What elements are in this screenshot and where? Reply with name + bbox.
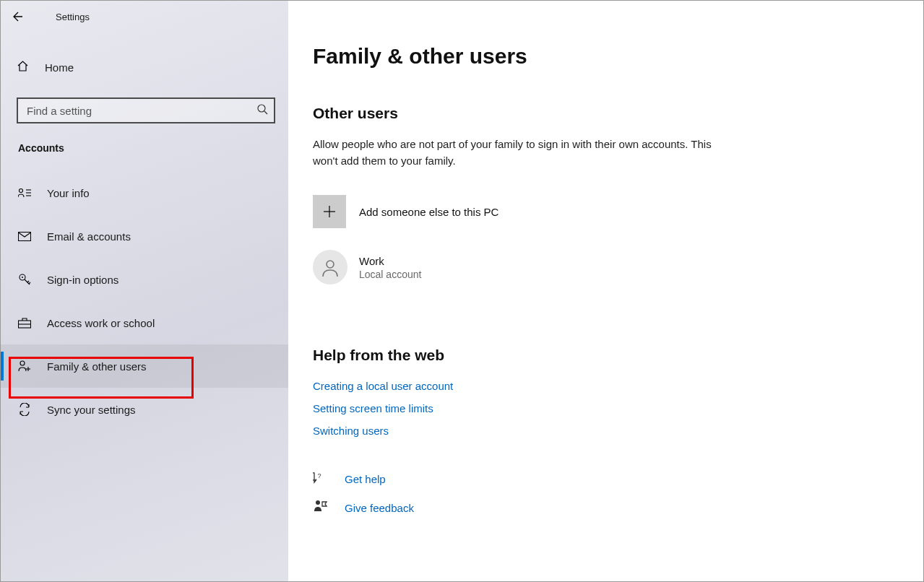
svg-text:?: ?	[317, 472, 321, 479]
help-link-local-account[interactable]: Creating a local user account	[313, 380, 894, 392]
home-nav[interactable]: Home	[1, 51, 288, 83]
nav-email-accounts[interactable]: Email & accounts	[1, 214, 288, 258]
section-other-users-heading: Other users	[313, 105, 894, 122]
svg-point-4	[258, 105, 265, 112]
svg-point-6	[20, 189, 23, 193]
briefcase-icon	[18, 318, 31, 329]
back-button[interactable]	[1, 1, 33, 32]
nav-access-work-school[interactable]: Access work or school	[1, 301, 288, 344]
nav-your-info[interactable]: Your info	[1, 171, 288, 214]
user-account-row[interactable]: Work Local account	[313, 250, 894, 285]
give-feedback-link[interactable]: Give feedback	[313, 499, 894, 516]
help-link-switching-users[interactable]: Switching users	[313, 425, 894, 437]
help-icon: ?	[313, 470, 327, 487]
key-icon	[18, 273, 31, 286]
svg-point-20	[327, 261, 334, 268]
get-help-label: Get help	[345, 473, 386, 485]
titlebar: Settings	[1, 1, 288, 32]
mail-icon	[18, 232, 31, 241]
nav-label: Access work or school	[47, 317, 155, 329]
nav-sync-settings[interactable]: Sync your settings	[1, 388, 288, 431]
svg-line-5	[264, 111, 267, 114]
give-feedback-label: Give feedback	[345, 502, 414, 514]
help-link-screen-time[interactable]: Setting screen time limits	[313, 402, 894, 414]
svg-point-12	[22, 277, 23, 278]
window-title: Settings	[56, 12, 90, 22]
nav-label: Email & accounts	[47, 230, 131, 243]
nav-label: Your info	[47, 187, 90, 199]
plus-icon	[313, 195, 346, 228]
user-name: Work	[359, 255, 421, 267]
sync-icon	[18, 403, 31, 416]
feedback-icon	[313, 499, 327, 516]
people-add-icon	[18, 360, 31, 372]
page-title: Family & other users	[313, 44, 894, 69]
search-box[interactable]	[17, 97, 275, 123]
add-user-label: Add someone else to this PC	[359, 206, 498, 218]
search-input[interactable]	[27, 105, 256, 117]
avatar-icon	[313, 250, 347, 285]
section-other-users-desc: Allow people who are not part of your fa…	[313, 136, 717, 169]
nav-label: Sign-in options	[47, 274, 118, 286]
nav-label: Family & other users	[47, 360, 147, 373]
add-user-button[interactable]: Add someone else to this PC	[313, 195, 894, 228]
home-icon	[17, 60, 29, 75]
sidebar: Settings Home Accounts Your info Email &…	[1, 1, 288, 581]
nav-family-other-users[interactable]: Family & other users	[1, 344, 288, 388]
category-heading: Accounts	[18, 142, 288, 154]
user-type: Local account	[359, 269, 421, 280]
get-help-link[interactable]: ? Get help	[313, 470, 894, 487]
home-label: Home	[45, 61, 74, 74]
svg-point-22	[316, 500, 320, 505]
person-card-icon	[18, 188, 31, 198]
search-icon	[256, 103, 268, 118]
help-heading: Help from the web	[313, 347, 894, 364]
nav-label: Sync your settings	[47, 404, 136, 416]
main-content: Family & other users Other users Allow p…	[288, 1, 923, 581]
nav-signin-options[interactable]: Sign-in options	[1, 258, 288, 301]
svg-point-15	[20, 361, 25, 365]
